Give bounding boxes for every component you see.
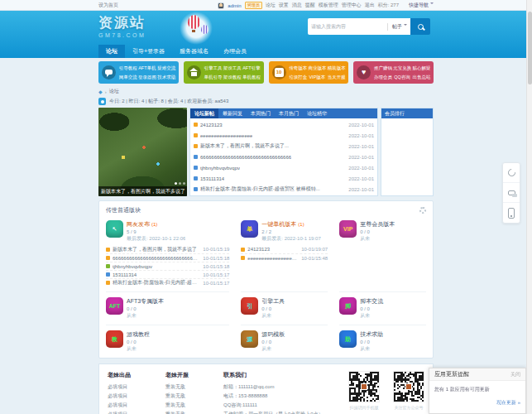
module-name[interactable]: 源码模板: [261, 330, 285, 339]
module-header[interactable]: 引引擎工具 0 / 0从未: [241, 297, 328, 320]
post-row[interactable]: 1531113142022-10-01: [190, 173, 377, 184]
promo-link[interactable]: 架设工具: [223, 64, 242, 73]
module-header[interactable]: ↖网友发布 (1)5 / 9最后发表: 2022-10-1 22:06: [106, 220, 229, 243]
info-item[interactable]: 重装无敌: [165, 383, 213, 392]
close-button[interactable]: 关闭: [510, 371, 520, 378]
promo-link[interactable]: 传奇版本: [289, 64, 308, 73]
module-post-row[interactable]: eeeeeeeeeeeeeeeeeee10-01/15:48: [241, 253, 328, 262]
module-post-row[interactable]: 精装打金版本-防腐蚀装-归元内脏-超值贸区10-01/15:17: [106, 278, 229, 286]
promo-link[interactable]: 登录器图: [137, 73, 156, 82]
info-item[interactable]: 必填项目: [108, 401, 156, 410]
slider-dot[interactable]: [175, 182, 177, 185]
module-name[interactable]: 技术求助: [360, 330, 383, 339]
slider-dot[interactable]: [183, 182, 185, 185]
topbar-link[interactable]: 论坛: [266, 2, 276, 9]
image-slider[interactable]: 新版本来了，看图片啊，我就不多说了: [98, 108, 187, 196]
module-header[interactable]: AFTAFT3专属版本 0 / 0从未: [106, 297, 229, 320]
module-name[interactable]: 引擎工具: [261, 297, 285, 306]
module-header[interactable]: VIP至尊会员版本 0 / 0从未: [339, 220, 426, 243]
set-homepage-link[interactable]: 设为首页: [98, 2, 118, 9]
promo-link[interactable]: 疑难交流: [157, 64, 176, 73]
info-item[interactable]: 重装无敌: [165, 392, 213, 401]
module-post-row[interactable]: 6666666666666666666666666666666610-01/15…: [106, 253, 229, 262]
promo-link[interactable]: 办理会员: [373, 73, 392, 82]
topbar-link[interactable]: 消息: [292, 2, 302, 9]
module-header[interactable]: 教游戏教程 0 / 0从未: [106, 330, 229, 353]
module-post-title[interactable]: tjhbnyhbvqvbvqpv: [113, 264, 199, 269]
promo-link[interactable]: 垃圾打金: [289, 73, 308, 82]
tab-最新回复[interactable]: 最新回复: [218, 108, 247, 118]
nav-item[interactable]: 引导+登录器: [125, 45, 172, 58]
promo-link[interactable]: 架设教程: [223, 73, 242, 82]
update-now-link[interactable]: 现在更新 »: [434, 399, 520, 407]
post-title[interactable]: 153111314: [200, 176, 224, 181]
post-row[interactable]: eeeeeeeeeeeeeeeeeee2022-10-01: [190, 130, 377, 141]
module-header[interactable]: 脚脚本交流 0 / 0从未: [339, 297, 426, 320]
avatar[interactable]: [218, 2, 224, 9]
info-item[interactable]: 必填项目: [108, 410, 156, 414]
topbar-link[interactable]: 设置: [279, 2, 289, 9]
module-header[interactable]: 单一键单机版本 (1)2 / 2最后发表: 2022-10-1 19:07: [241, 220, 328, 243]
info-item[interactable]: 必填项目: [108, 392, 156, 401]
promo-link[interactable]: VIP版本: [308, 73, 327, 82]
tab-本周热门[interactable]: 本周热门: [247, 108, 275, 118]
module-post-row[interactable]: 新版本来了，看图片啊，我就不多说了10-01/15:19: [106, 245, 229, 253]
promo-link[interactable]: 当天开服: [327, 73, 346, 82]
scrollbar-thumb[interactable]: [528, 12, 532, 84]
post-row[interactable]: tjhbnyhbvqvbvqpv2022-10-01: [190, 162, 377, 173]
feedback-button[interactable]: [503, 183, 520, 203]
module-post-title[interactable]: 24123123: [247, 247, 298, 252]
post-row[interactable]: 精装打金版本-防腐蚀装-归元内脏-超值贸区 被棒模特...2022-10-01: [190, 184, 377, 195]
promo-link[interactable]: QQ咨询: [393, 73, 412, 82]
topbar-link[interactable]: 模板管理: [319, 2, 338, 9]
nav-item[interactable]: 论坛: [98, 45, 125, 58]
home-icon[interactable]: ◆: [98, 89, 103, 94]
module-name[interactable]: 至尊会员版本: [360, 220, 395, 229]
post-title[interactable]: 24123123: [200, 123, 223, 128]
gear-icon[interactable]: [419, 207, 426, 214]
module-post-title[interactable]: 153111314: [113, 272, 199, 277]
promo-link[interactable]: 元宝兑换: [393, 64, 412, 73]
promo-link[interactable]: 商业版本: [308, 64, 327, 73]
promo-link[interactable]: 单机引导: [204, 73, 223, 82]
module-post-title[interactable]: eeeeeeeeeeeeeeeeeee: [247, 256, 298, 261]
module-name[interactable]: 游戏教程: [127, 330, 150, 339]
breadcrumb-current[interactable]: 论坛: [109, 88, 119, 95]
promo-link[interactable]: 贴心解疑: [412, 64, 431, 73]
module-name[interactable]: 网友发布 (1): [127, 220, 185, 229]
tab-论坛精华[interactable]: 论坛精华: [303, 108, 331, 118]
post-title[interactable]: 666666666666666666666666666666666: [200, 155, 291, 160]
promo-link[interactable]: 推广赚钱: [373, 64, 392, 73]
module-post-row[interactable]: 15311131410-01/15:17: [106, 270, 229, 278]
slider-dot[interactable]: [179, 182, 181, 185]
module-name[interactable]: 一键单机版本 (1): [261, 220, 320, 229]
topbar-link[interactable]: 提醒: [305, 2, 315, 9]
post-title[interactable]: eeeeeeeeeeeeeeeeeee: [200, 133, 252, 138]
tab-本月热门[interactable]: 本月热门: [275, 108, 303, 118]
promo-link[interactable]: 引擎工具: [204, 64, 223, 73]
info-item[interactable]: 重装无敌: [165, 401, 213, 410]
slider-caption[interactable]: 新版本来了，看图片啊，我就不多说了: [98, 186, 187, 196]
post-row[interactable]: 241231232022-10-01: [190, 119, 377, 130]
section-title[interactable]: 传世普通版块: [106, 206, 141, 214]
search-input[interactable]: 请输入搜索内容 帖子: [308, 18, 410, 35]
nav-item[interactable]: 服务器域名: [172, 45, 216, 58]
promo-link[interactable]: AFT引擎: [242, 64, 261, 73]
module-post-title[interactable]: 精装打金版本-防腐蚀装-归元内脏-超值贸区: [113, 279, 199, 286]
promo-link[interactable]: 单机教程: [242, 73, 261, 82]
module-post-row[interactable]: 2412312310-01/19:07: [241, 245, 328, 253]
module-name[interactable]: 脚本交流: [360, 297, 383, 306]
module-post-title[interactable]: 66666666666666666666666666666666: [113, 256, 199, 261]
scrollbar[interactable]: [526, 0, 532, 414]
site-logo[interactable]: 资源站 GM78.COM: [98, 13, 146, 38]
tab-论坛新帖[interactable]: 论坛新帖: [190, 108, 218, 118]
promo-link[interactable]: 出售总站: [412, 73, 431, 82]
post-title[interactable]: 精装打金版本-防腐蚀装-归元内脏-超值贸区 被棒模特...: [200, 185, 320, 193]
module-post-title[interactable]: 新版本来了，看图片啊，我就不多说了: [113, 246, 199, 253]
promo-link[interactable]: 精装版本: [327, 64, 346, 73]
post-title[interactable]: tjhbnyhbvqvbvqpv: [200, 166, 240, 171]
search-scope-dropdown[interactable]: 帖子: [387, 23, 407, 31]
quick-nav-menu[interactable]: 快捷导航: [409, 2, 434, 9]
post-row[interactable]: 6666666666666666666666666666666662022-10…: [190, 152, 377, 162]
topbar-link[interactable]: 管理中心: [342, 2, 362, 9]
